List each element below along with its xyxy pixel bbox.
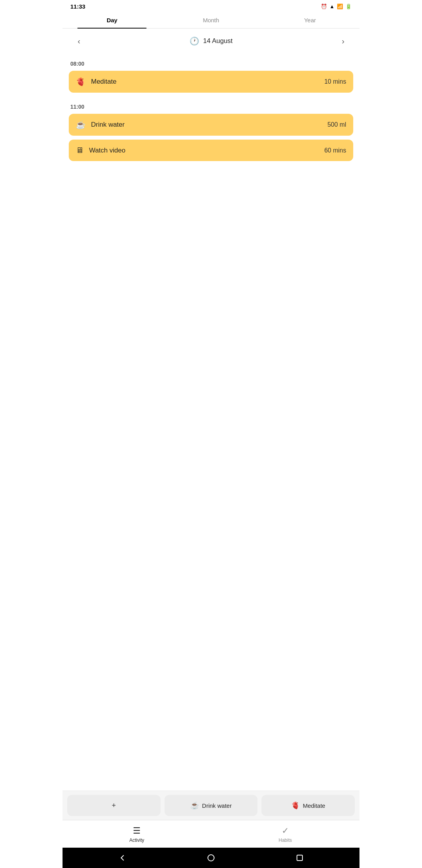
signal-icon: 📶	[337, 4, 343, 9]
activity-nav-label: Activity	[129, 838, 144, 843]
quick-add-drink-water[interactable]: ☕ Drink water	[165, 795, 258, 816]
watch-video-icon: 🖥	[76, 146, 84, 155]
timeline: 08:00 🫀 Meditate 10 mins 11:00 ☕ Drink w…	[63, 54, 359, 791]
tab-bar: Day Month Year	[63, 11, 359, 29]
meditate-label: Meditate	[91, 78, 116, 86]
clock-icon: 🕐	[190, 36, 199, 46]
watch-video-value: 60 mins	[324, 147, 346, 154]
watch-video-label: Watch video	[89, 147, 125, 154]
add-new-button[interactable]: +	[67, 795, 161, 816]
current-date: 14 August	[203, 37, 233, 45]
quick-drink-label: Drink water	[202, 802, 232, 809]
svg-rect-1	[297, 855, 302, 861]
quick-drink-icon: ☕	[190, 801, 199, 810]
android-back-button[interactable]	[117, 852, 128, 863]
next-date-button[interactable]: ›	[336, 34, 350, 48]
time-label-0800: 08:00	[69, 54, 353, 71]
prev-date-button[interactable]: ‹	[72, 34, 86, 48]
wifi-icon: ▲	[329, 4, 334, 9]
bottom-nav: ☰ Activity ✓ Habits	[63, 820, 359, 848]
meditate-icon: 🫀	[76, 77, 86, 86]
tab-month[interactable]: Month	[161, 11, 260, 28]
drink-water-icon: ☕	[76, 120, 86, 129]
activity-drink-water[interactable]: ☕ Drink water 500 ml	[69, 114, 353, 136]
svg-point-0	[208, 855, 214, 861]
status-time: 11:33	[70, 3, 85, 10]
time-label-1100: 11:00	[69, 97, 353, 114]
quick-meditate-label: Meditate	[303, 802, 325, 809]
date-center: 🕐 14 August	[190, 36, 233, 46]
activity-watch-video[interactable]: 🖥 Watch video 60 mins	[69, 140, 353, 161]
tab-year[interactable]: Year	[261, 11, 359, 28]
date-nav: ‹ 🕐 14 August ›	[63, 29, 359, 54]
nav-activity[interactable]: ☰ Activity	[63, 823, 211, 846]
quick-meditate-icon: 🫀	[291, 801, 300, 810]
tab-day[interactable]: Day	[63, 11, 161, 28]
activity-meditate[interactable]: 🫀 Meditate 10 mins	[69, 71, 353, 93]
add-icon: +	[112, 802, 116, 810]
status-bar: 11:33 ⏰ ▲ 📶 🔋	[63, 0, 359, 11]
battery-icon: 🔋	[345, 4, 352, 9]
quick-add-meditate[interactable]: 🫀 Meditate	[261, 795, 355, 816]
quick-add-bar: + ☕ Drink water 🫀 Meditate	[63, 791, 359, 820]
drink-water-value: 500 ml	[327, 121, 346, 128]
habits-nav-icon: ✓	[282, 826, 289, 836]
meditate-value: 10 mins	[324, 78, 346, 85]
habits-nav-label: Habits	[279, 838, 292, 843]
activity-nav-icon: ☰	[133, 826, 141, 836]
android-recents-button[interactable]	[294, 852, 305, 863]
android-nav	[63, 848, 359, 868]
nav-habits[interactable]: ✓ Habits	[211, 823, 359, 846]
drink-water-label: Drink water	[91, 121, 125, 129]
status-icons: ⏰ ▲ 📶 🔋	[321, 4, 352, 9]
alarm-icon: ⏰	[321, 4, 327, 9]
android-home-button[interactable]	[206, 852, 216, 863]
